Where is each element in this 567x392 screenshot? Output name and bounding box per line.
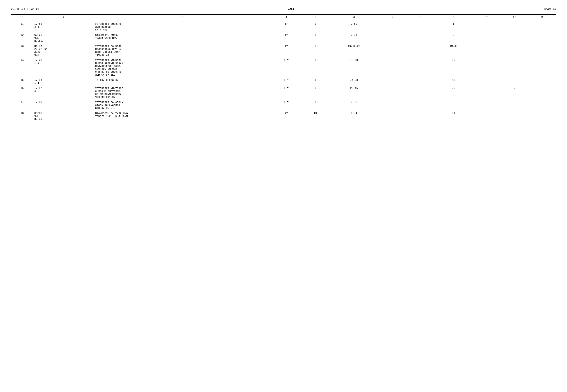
cell-row5-col7: -	[406, 85, 434, 99]
cell-row3-col4: I	[301, 57, 329, 77]
cell-row6-col7: -	[406, 99, 434, 110]
col-header-5: 5	[301, 14, 329, 20]
cell-row4-col7: -	[406, 77, 434, 85]
cell-row0-col10: -	[501, 20, 528, 32]
cell-row4-col2: То же, с краном	[94, 77, 271, 85]
table-row: I5I7-I6I-4То же, с краномк-т3I5,98--48--…	[11, 77, 556, 85]
cell-row1-col8: 3	[434, 32, 473, 43]
cell-row7-col9: -	[473, 110, 501, 121]
cell-row7-col8: II	[434, 110, 473, 121]
col-header-10: I0	[473, 14, 501, 20]
cell-row4-col9: -	[473, 77, 501, 85]
cell-row0-col0: II	[11, 20, 33, 32]
cell-row6-col0: I7	[11, 99, 33, 110]
table-row: I8ССРСЦч.Шп.I09Стоимость вентиля муф-тов…	[11, 110, 556, 121]
cell-row0-col2: Установка смесите-лей раковинСМ-Н-НИС	[94, 20, 271, 32]
cell-row5-col1: I7-574-I	[33, 85, 94, 99]
cell-row5-col10: ○	[501, 85, 528, 99]
cell-row6-col5: 9,I8	[329, 99, 379, 110]
cell-row2-col3: шт	[271, 43, 301, 57]
cell-row2-col5: I0238,25	[329, 43, 379, 57]
cell-row5-col3: к-т	[271, 85, 301, 99]
main-table: I 2 3 4 5 6 7 8 9 I0 II I2 III7-533-3Уст…	[11, 14, 556, 121]
header-right: ℓ2985-10	[544, 8, 556, 11]
table-row: I3Пр-нт20-02-82д.29ч.ПУстановка по водо-…	[11, 43, 556, 57]
cell-row6-col11: -	[528, 99, 556, 110]
cell-row0-col6: -	[379, 20, 406, 32]
cell-row3-col10: -	[501, 57, 528, 77]
cell-row6-col9: -	[473, 99, 501, 110]
cell-row5-col0: I6	[11, 85, 33, 99]
cell-row2-col10: -	[501, 43, 528, 57]
cell-row5-col5: 23,46	[329, 85, 379, 99]
cell-row4-col4: 3	[301, 77, 329, 85]
cell-row6-col2: Установка раковиныстальной эмалиро-ванно…	[94, 99, 271, 110]
cell-row0-col9: -	[473, 20, 501, 32]
table-row: I4I7-2II-5Установка умываль-ников керами…	[11, 57, 556, 77]
cell-row0-col7: -	[406, 20, 434, 32]
cell-row2-col6: -	[379, 43, 406, 57]
cell-row2-col7: -	[406, 43, 434, 57]
cell-row2-col2: Установка по водо-подготовке МКФ-I2Цена:…	[94, 43, 271, 57]
cell-row4-col5: I5,98	[329, 77, 379, 85]
cell-row0-col3: шт	[271, 20, 301, 32]
col-header-9: 9	[434, 14, 473, 20]
col-header-8: 8	[406, 14, 434, 20]
cell-row1-col5: 2,76	[329, 32, 379, 43]
cell-row7-col7: -	[406, 110, 434, 121]
cell-row1-col6: -	[379, 32, 406, 43]
cell-row4-col6: -	[379, 77, 406, 85]
cell-row5-col4: 3	[301, 85, 329, 99]
cell-row3-col2: Установка умываль-ников керамическихполу…	[94, 57, 271, 77]
table-header-row: I 2 3 4 5 6 7 8 9 I0 II I2	[11, 14, 556, 20]
header-center: - I03 -	[284, 7, 299, 11]
cell-row6-col8: 9	[434, 99, 473, 110]
cell-row1-col9: -	[473, 32, 501, 43]
cell-row5-col9: -	[473, 85, 501, 99]
table-row: I2ССРСЦч.Шп.I503Стоимость смеси-телей СМ…	[11, 32, 556, 43]
cell-row7-col5: I,I4	[329, 110, 379, 121]
cell-row3-col3: к-т	[271, 57, 301, 77]
cell-row4-col11: -	[528, 77, 556, 85]
col-header-2: 2	[33, 14, 94, 20]
cell-row3-col8: I9	[434, 57, 473, 77]
cell-row6-col3: к-т	[271, 99, 301, 110]
cell-row1-col0: I2	[11, 32, 33, 43]
cell-row2-col1: Пр-нт20-02-82д.29ч.П	[33, 43, 94, 57]
col-header-4: 4	[271, 14, 301, 20]
col-header-7: 7	[379, 14, 406, 20]
cell-row5-col8: 70	[434, 85, 473, 99]
cell-row7-col1: ССРСЦч.Шп.I09	[33, 110, 94, 121]
cell-row3-col1: I7-2II-5	[33, 57, 94, 77]
cell-row1-col7: -	[406, 32, 434, 43]
cell-row7-col6: -	[379, 110, 406, 121]
cell-row4-col0: I5	[11, 77, 33, 85]
cell-row7-col4: I0	[301, 110, 329, 121]
cell-row6-col1: I7-89	[33, 99, 94, 110]
cell-row2-col11: -	[528, 43, 556, 57]
cell-row6-col10: -	[501, 99, 528, 110]
cell-row7-col11: -	[528, 110, 556, 121]
cell-row2-col0: I3	[11, 43, 33, 57]
col-header-6: 6	[329, 14, 379, 20]
cell-row0-col4: I	[301, 20, 329, 32]
cell-row2-col9: -	[473, 43, 501, 57]
cell-row3-col0: I4	[11, 57, 33, 77]
table-row: III7-533-3Установка смесите-лей раковинС…	[11, 20, 556, 32]
col-header-3: 3	[94, 14, 271, 20]
cell-row1-col10: -	[501, 32, 528, 43]
cell-row0-col8: I	[434, 20, 473, 32]
cell-row0-col5: 0,59	[329, 20, 379, 32]
table-row: I6I7-574-IУстановка унитазовс косым выпу…	[11, 85, 556, 99]
col-header-12: I2	[528, 14, 556, 20]
cell-row0-col11: -	[528, 20, 556, 32]
table-row: I7I7-89Установка раковиныстальной эмалир…	[11, 99, 556, 110]
cell-row4-col10: -	[501, 77, 528, 85]
cell-row2-col4: I	[301, 43, 329, 57]
cell-row6-col6: -	[379, 99, 406, 110]
page-header: 29I-8-I7c.87 Ал.УП - I03 - ℓ2985-10	[11, 7, 556, 11]
cell-row5-col2: Установка унитазовс косым выпускомсо смы…	[94, 85, 271, 99]
cell-row2-col8: I0238	[434, 43, 473, 57]
col-header-11: II	[501, 14, 528, 20]
header-left: 29I-8-I7c.87 Ал.УП	[11, 8, 39, 11]
